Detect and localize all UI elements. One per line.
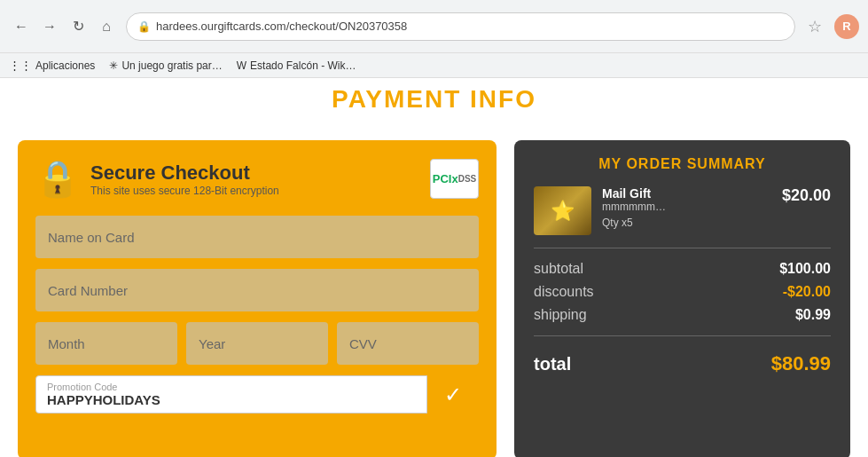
promo-value: HAPPYHOLIDAYS: [47, 392, 416, 407]
page-title: PAYMENT INFO: [0, 85, 868, 114]
checkout-panel: 🔒 Secure Checkout This site uses secure …: [18, 140, 497, 457]
url-text: hardees.ourgiftcards.com/checkout/ON2037…: [156, 20, 407, 33]
user-avatar[interactable]: R: [834, 14, 859, 39]
name-on-card-input[interactable]: [35, 216, 479, 258]
home-button[interactable]: ⌂: [94, 14, 119, 39]
order-item-name: Mail Gift: [602, 186, 771, 201]
shipping-value: $0.99: [795, 307, 831, 323]
subtotal-label: subtotal: [534, 261, 583, 277]
subtotal-value: $100.00: [779, 261, 831, 277]
subtotal-row: subtotal $100.00: [534, 257, 831, 280]
promo-label: Promotion Code: [47, 382, 416, 392]
game-icon: ✳: [109, 59, 118, 72]
discounts-label: discounts: [534, 284, 594, 300]
bookmarks-bar: ⋮⋮ Aplicaciones ✳ Un juego gratis par… W…: [0, 53, 868, 78]
promo-section: Promotion Code HAPPYHOLIDAYS ✓: [35, 375, 479, 414]
promo-wrapper: Promotion Code HAPPYHOLIDAYS: [35, 375, 427, 414]
cvv-input[interactable]: [337, 322, 479, 365]
pci-badge: PCIx DSS: [430, 159, 479, 199]
checkout-title-block: Secure Checkout This site uses secure 12…: [90, 162, 279, 197]
year-input[interactable]: [186, 322, 328, 365]
bookmark-wiki[interactable]: W Estado Falcón - Wik…: [237, 59, 356, 72]
lock-icon: 🔒: [137, 20, 151, 33]
reload-button[interactable]: ↻: [66, 14, 90, 39]
order-item-image-inner: ⭐: [534, 186, 591, 235]
expiry-row: [35, 322, 479, 365]
apps-icon: ⋮⋮: [9, 59, 32, 72]
order-item-image: ⭐: [534, 186, 591, 235]
pci-dss-text: DSS: [458, 174, 477, 185]
bookmark-game[interactable]: ✳ Un juego gratis par…: [109, 59, 222, 72]
secure-lock-icon: 🔒: [35, 158, 80, 200]
order-title: MY ORDER SUMMARY: [534, 156, 831, 172]
month-input[interactable]: [35, 322, 177, 365]
order-item-price: $20.00: [782, 186, 831, 205]
checkout-header: 🔒 Secure Checkout This site uses secure …: [35, 158, 479, 200]
checkout-subtitle: This site uses secure 128-Bit encryption: [90, 185, 279, 197]
order-item-desc: mmmmmm…: [602, 201, 771, 213]
pci-top-text: PCIx: [433, 172, 458, 186]
card-number-input[interactable]: [35, 269, 479, 311]
shipping-label: shipping: [534, 307, 587, 323]
promo-apply-button[interactable]: ✓: [427, 375, 479, 414]
forward-button[interactable]: →: [37, 14, 62, 39]
order-item: ⭐ Mail Gift mmmmmm… Qty x5 $20.00: [534, 186, 831, 235]
total-row: total $80.99: [534, 345, 831, 379]
total-label: total: [534, 354, 571, 374]
discounts-value: -$20.00: [783, 284, 831, 300]
page-content: 🔒 Secure Checkout This site uses secure …: [0, 127, 868, 457]
shipping-row: shipping $0.99: [534, 303, 831, 327]
nav-buttons: ← → ↻ ⌂: [9, 14, 119, 39]
browser-chrome: ← → ↻ ⌂ 🔒 hardees.ourgiftcards.com/check…: [0, 0, 868, 53]
bookmark-star-button[interactable]: ☆: [802, 14, 827, 39]
page-title-row: PAYMENT INFO: [0, 78, 868, 127]
checkout-title: Secure Checkout: [90, 162, 279, 185]
order-panel: MY ORDER SUMMARY ⭐ Mail Gift mmmmmm… Qty…: [514, 140, 850, 457]
bookmark-apps[interactable]: ⋮⋮ Aplicaciones: [9, 59, 95, 72]
checkout-header-left: 🔒 Secure Checkout This site uses secure …: [35, 158, 279, 200]
order-divider-2: [534, 335, 831, 336]
wiki-icon: W: [237, 59, 246, 72]
order-item-details: Mail Gift mmmmmm… Qty x5: [602, 186, 771, 229]
address-bar[interactable]: 🔒 hardees.ourgiftcards.com/checkout/ON20…: [126, 12, 795, 41]
back-button[interactable]: ←: [9, 14, 34, 39]
total-value: $80.99: [771, 352, 831, 375]
order-divider-1: [534, 248, 831, 248]
checkmark-icon: ✓: [444, 382, 462, 407]
discounts-row: discounts -$20.00: [534, 280, 831, 303]
order-item-qty: Qty x5: [602, 217, 771, 229]
